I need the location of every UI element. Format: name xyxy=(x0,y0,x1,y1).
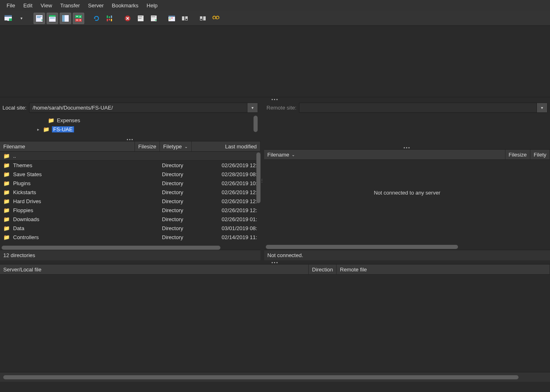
folder-icon: 📁 xyxy=(3,216,10,222)
expand-toggle-icon[interactable]: ▸ xyxy=(36,127,40,132)
splitter-log-panes[interactable]: ••• xyxy=(0,97,550,101)
remote-empty-message: Not connected to any server xyxy=(264,160,550,225)
file-row[interactable]: 📁ThemesDirectory02/26/2019 12: xyxy=(0,161,260,170)
svg-rect-26 xyxy=(151,16,155,17)
tree-item-label: Expenses xyxy=(57,117,80,123)
queue-col-remote[interactable]: Remote file xyxy=(337,264,550,274)
file-type: Directory xyxy=(159,225,191,231)
file-type: Directory xyxy=(159,234,191,240)
force-hidden-button[interactable] xyxy=(179,13,191,24)
local-col-filesize[interactable]: Filesize xyxy=(135,141,160,151)
remote-site-dropdown[interactable]: ▾ xyxy=(537,103,547,112)
queue-header[interactable]: Server/Local file Direction Remote file xyxy=(0,264,550,275)
local-col-filetype[interactable]: Filetype⌄ xyxy=(160,141,192,151)
local-tree-scrollbar[interactable] xyxy=(254,116,258,132)
tree-row[interactable]: 📁Expenses xyxy=(3,116,258,125)
local-file-header[interactable]: Filename Filesize Filetype⌄ Last modifie… xyxy=(0,141,260,152)
svg-rect-36 xyxy=(203,16,206,20)
local-site-dropdown[interactable]: ▾ xyxy=(247,103,258,112)
svg-point-38 xyxy=(213,16,216,19)
local-site-input[interactable] xyxy=(29,103,247,112)
local-file-list[interactable]: 📁.. 📁ThemesDirectory02/26/2019 12:📁Save … xyxy=(0,152,260,250)
file-row[interactable]: 📁FloppiesDirectory02/26/2019 12: xyxy=(0,206,260,215)
local-directory-tree[interactable]: 📁Expenses▸📁FS-UAE xyxy=(2,115,258,137)
disconnect-button[interactable] xyxy=(135,13,146,24)
file-row[interactable]: 📁ControllersDirectory02/14/2019 11: xyxy=(0,233,260,242)
svg-rect-16 xyxy=(107,19,108,21)
local-col-filename[interactable]: Filename xyxy=(0,141,135,151)
svg-rect-9 xyxy=(49,15,56,17)
local-col-lastmod[interactable]: Last modified xyxy=(192,141,260,151)
remote-col-filetype[interactable]: Filety xyxy=(530,150,550,159)
file-type: Directory xyxy=(159,189,191,195)
parent-directory-row[interactable]: 📁.. xyxy=(0,152,260,161)
splitter-local-remote[interactable]: ⋮ xyxy=(260,101,264,260)
queue-col-file[interactable]: Server/Local file xyxy=(0,264,309,274)
toolbar: ▾ xyxy=(0,11,550,26)
menu-server[interactable]: Server xyxy=(84,1,108,10)
folder-icon: 📁 xyxy=(3,153,10,159)
remote-col-filename[interactable]: Filename⌄ xyxy=(264,150,505,159)
toggle-local-tree-button[interactable] xyxy=(47,13,58,24)
svg-rect-29 xyxy=(169,18,171,18)
remote-directory-tree[interactable] xyxy=(267,115,548,145)
menu-help[interactable]: Help xyxy=(143,1,162,10)
local-status: 12 directories xyxy=(0,250,260,260)
splitter-local-tree-list[interactable]: ••• xyxy=(0,137,260,141)
file-row[interactable]: 📁Hard DrivesDirectory02/26/2019 12: xyxy=(0,197,260,206)
compare-button[interactable] xyxy=(197,13,209,24)
tree-row[interactable]: ▸📁FS-UAE xyxy=(3,125,258,134)
file-type: Directory xyxy=(159,207,191,213)
queue-hscrollbar[interactable] xyxy=(3,375,519,379)
site-manager-dropdown[interactable]: ▾ xyxy=(16,13,27,24)
file-name: Themes xyxy=(13,162,32,168)
svg-rect-19 xyxy=(111,16,112,18)
file-row[interactable]: 📁Save StatesDirectory02/28/2019 08: xyxy=(0,170,260,179)
file-row[interactable]: 📁DownloadsDirectory02/26/2019 01: xyxy=(0,215,260,224)
menu-transfer[interactable]: Transfer xyxy=(56,1,84,10)
svg-rect-34 xyxy=(186,19,187,20)
remote-site-input[interactable] xyxy=(299,103,537,112)
svg-rect-20 xyxy=(111,19,112,21)
remote-file-header[interactable]: Filename⌄ Filesize Filety xyxy=(264,149,550,160)
menu-view[interactable]: View xyxy=(36,1,56,10)
svg-rect-23 xyxy=(138,16,142,17)
remote-pane: Remote site: ▾ ••• Filename⌄ Filesize Fi… xyxy=(264,101,550,260)
refresh-button[interactable] xyxy=(91,13,102,24)
remote-list-hscrollbar[interactable] xyxy=(266,245,458,249)
toggle-queue-button[interactable] xyxy=(73,13,84,24)
search-button[interactable] xyxy=(210,13,222,24)
file-date: 02/26/2019 01: xyxy=(191,216,260,222)
file-date: 02/14/2019 11: xyxy=(191,234,260,240)
reconnect-button[interactable] xyxy=(148,13,159,24)
queue-body[interactable] xyxy=(0,275,550,372)
queue-col-direction[interactable]: Direction xyxy=(309,264,337,274)
file-type: Directory xyxy=(159,180,191,186)
svg-rect-32 xyxy=(182,16,184,20)
splitter-panes-queue[interactable]: ••• xyxy=(0,260,550,264)
menu-bookmarks[interactable]: Bookmarks xyxy=(108,1,143,10)
splitter-remote-tree-list[interactable]: ••• xyxy=(264,146,550,149)
chevron-down-icon: ⌄ xyxy=(184,144,188,149)
svg-rect-6 xyxy=(37,17,40,18)
directory-listing-button[interactable] xyxy=(166,13,177,24)
remote-col-filesize[interactable]: Filesize xyxy=(505,150,530,159)
site-manager-button[interactable] xyxy=(2,13,14,24)
bottom-bar xyxy=(0,372,550,382)
toggle-remote-tree-button[interactable] xyxy=(60,13,71,24)
toggle-log-button[interactable] xyxy=(34,13,45,24)
local-list-vscrollbar[interactable] xyxy=(256,152,260,203)
file-row[interactable]: 📁PluginsDirectory02/26/2019 10: xyxy=(0,179,260,188)
svg-rect-31 xyxy=(169,19,171,20)
menu-file[interactable]: File xyxy=(2,1,19,10)
file-row[interactable]: 📁KickstartsDirectory02/26/2019 12: xyxy=(0,188,260,197)
file-date: 03/01/2019 08: xyxy=(191,225,260,231)
file-row[interactable]: 📁DataDirectory03/01/2019 08: xyxy=(0,224,260,233)
cancel-button[interactable] xyxy=(122,13,133,24)
file-name: Data xyxy=(13,225,24,231)
local-list-hscrollbar[interactable] xyxy=(2,246,220,250)
tree-item-label: FS-UAE xyxy=(52,126,74,132)
process-queue-button[interactable] xyxy=(104,13,115,24)
remote-file-list[interactable]: Not connected to any server xyxy=(264,160,550,250)
menu-edit[interactable]: Edit xyxy=(19,1,36,10)
